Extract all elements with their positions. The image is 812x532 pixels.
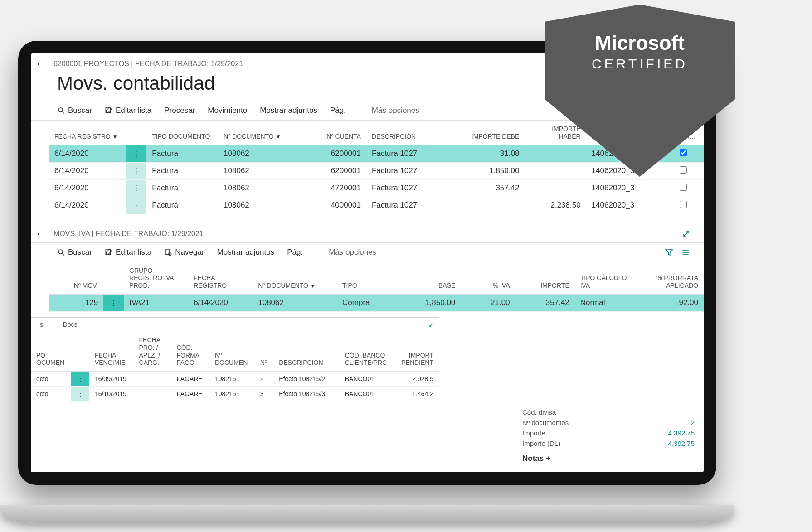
col-cod-forma[interactable]: CÓD. FORMA PAGO	[177, 344, 199, 367]
cell-venc: 16/09/2019	[89, 372, 134, 387]
cell-banco: BANCO01	[340, 387, 394, 401]
col-n-doc[interactable]: Nº DOCUMENTO	[224, 133, 274, 140]
col-fecha-registro[interactable]: FECHA REGISTRO	[54, 133, 111, 140]
cell-tipo: Factura	[146, 197, 218, 214]
col-import-pend[interactable]: IMPORT PENDIENT	[401, 352, 433, 367]
toolbar-iva: Buscar Editar lista Navegar Mostrar adju…	[31, 242, 704, 262]
shield-icon: Microsoft CERTIFIED	[545, 5, 735, 177]
search-button[interactable]: Buscar	[57, 106, 92, 115]
filter-applied-icon[interactable]: ▼	[112, 134, 118, 140]
col-n[interactable]: Nº	[260, 359, 267, 366]
back-arrow-icon[interactable]: ←	[35, 58, 53, 70]
row-actions-icon[interactable]: ⋮	[126, 162, 146, 179]
col-tipo-calc[interactable]: TIPO CÁLCULO IVA	[580, 274, 627, 289]
panel-docs: s | Docs. ⤢ PO OCUMEN FECHA VENCIMIE FEC…	[31, 317, 439, 401]
list-view-icon[interactable]	[681, 248, 690, 257]
expand-icon[interactable]: ⤢	[428, 320, 434, 329]
row-actions-icon[interactable]: ⋮	[126, 145, 146, 162]
col-descripcion[interactable]: DESCRIPCIÓN	[372, 133, 416, 140]
cell-n: 3	[255, 387, 274, 401]
back-arrow-icon[interactable]: ←	[35, 228, 53, 240]
cell-fecha: 6/14/2020	[49, 162, 126, 179]
navigate-button[interactable]: Navegar	[164, 248, 204, 257]
prorrata-checkbox[interactable]	[680, 201, 687, 208]
filter-applied-icon[interactable]: ▼	[310, 283, 316, 289]
col-desc[interactable]: DESCRIPCIÓN	[279, 359, 323, 366]
table-row[interactable]: 129 ⋮ IVA21 6/14/2020 108062 Compra 1,85…	[49, 294, 704, 311]
cell-ext: 14062020_3	[586, 179, 663, 197]
cell-haber: 2,238.50	[525, 197, 586, 214]
collapse-icon[interactable]: ⤢	[682, 228, 690, 240]
importe-dl-label: Importe (DL)	[522, 440, 560, 447]
col-n-doc[interactable]: Nº DOCUMEN	[215, 352, 248, 367]
col-importe-debe[interactable]: IMPORTE DEBE	[472, 133, 520, 140]
page-button[interactable]: Pág.	[330, 106, 346, 115]
cell-cuenta: 6200001	[300, 145, 366, 162]
more-options-button[interactable]: Más opciones	[372, 106, 419, 115]
more-options-button[interactable]: Más opciones	[329, 248, 376, 257]
col-tipo-doc[interactable]: PO OCUMEN	[36, 352, 64, 367]
prorrata-checkbox[interactable]	[680, 184, 687, 191]
row-actions-icon[interactable]: ⋮	[126, 197, 146, 214]
cell-desc: Efecto 108215/2	[273, 372, 339, 387]
edit-list-icon	[105, 106, 113, 115]
col-n-cuenta[interactable]: Nº CUENTA	[326, 133, 361, 140]
page-button[interactable]: Pág.	[287, 248, 303, 257]
edit-list-label: Editar lista	[116, 106, 151, 115]
cell-cuenta: 6200001	[300, 162, 366, 179]
cell-calc: Normal	[575, 294, 634, 311]
row-actions-icon[interactable]: ⋮	[126, 179, 146, 197]
movement-button[interactable]: Movimiento	[208, 106, 247, 115]
cell-desc: Efecto 108215/3	[273, 387, 339, 401]
table-row[interactable]: ecto⋮16/09/2019PAGARE1082152Efecto 10821…	[31, 372, 439, 387]
row-actions-icon[interactable]: ⋮	[71, 372, 89, 387]
iva-table: Nº MOV. GRUPO REGISTRO IVA PROD. FECHA R…	[49, 262, 704, 312]
col-tipo-doc[interactable]: TIPO DOCUMENTO	[152, 133, 210, 140]
microsoft-certified-badge: Microsoft CERTIFIED	[545, 5, 735, 177]
col-cod-banco[interactable]: CÓD. BANCO CLIENTE/PRC	[345, 352, 387, 367]
col-importe[interactable]: IMPORTE	[540, 282, 569, 289]
col-n-mov[interactable]: Nº MOV.	[74, 282, 98, 289]
svg-line-7	[62, 253, 64, 256]
table-header-row: PO OCUMEN FECHA VENCIMIE FECHA PRO. / AP…	[31, 332, 439, 372]
cell-tipo: Factura	[146, 162, 218, 179]
col-pct-prorrata[interactable]: % PRORRATA APLICADO	[656, 274, 698, 289]
cell-pro: 92.00	[634, 294, 704, 311]
col-fecha-pro[interactable]: FECHA PRO. / APLZ. / CARG.	[139, 336, 160, 366]
col-fecha-venc[interactable]: FECHA VENCIMIE	[95, 352, 126, 367]
svg-point-0	[58, 108, 63, 112]
importe-label: Importe	[522, 429, 545, 437]
importe-dl-value: 4.392,75	[668, 440, 695, 447]
cell-pct: 21.00	[461, 294, 515, 311]
col-pct-iva[interactable]: % IVA	[493, 282, 510, 289]
tab-docs[interactable]: Docs.	[63, 321, 79, 328]
table-row[interactable]: ecto⋮16/10/2019PAGARE1082153Efecto 10821…	[31, 387, 439, 401]
cell-chk	[663, 179, 704, 197]
notas-heading[interactable]: Notas +	[522, 454, 695, 463]
add-icon[interactable]: +	[546, 454, 550, 463]
col-tipo[interactable]: TIPO	[342, 282, 357, 289]
n-docs-value: 2	[691, 419, 695, 426]
process-button[interactable]: Procesar	[164, 106, 195, 115]
search-button[interactable]: Buscar	[57, 248, 92, 257]
attachments-button[interactable]: Mostrar adjuntos	[260, 106, 317, 115]
filter-icon[interactable]	[665, 248, 674, 257]
tab-s[interactable]: s	[40, 321, 43, 328]
col-base[interactable]: BASE	[438, 282, 455, 289]
edit-list-button[interactable]: Editar lista	[105, 106, 151, 115]
cell-importe: 357.42	[515, 294, 575, 311]
importe-value: 4.392,75	[668, 429, 695, 437]
summary-card: Cód. divisa Nº documentos2 Importe4.392,…	[522, 407, 695, 463]
edit-list-button[interactable]: Editar lista	[105, 248, 151, 257]
col-grupo[interactable]: GRUPO REGISTRO IVA PROD.	[129, 267, 174, 290]
col-fecha[interactable]: FECHA REGISTRO	[194, 274, 227, 289]
attachments-button[interactable]: Mostrar adjuntos	[217, 248, 275, 257]
row-actions-icon[interactable]: ⋮	[71, 387, 89, 401]
col-n-doc[interactable]: Nº DOCUMENTO	[258, 282, 308, 289]
table-row[interactable]: 6/14/2020⋮Factura1080624720001Factura 10…	[49, 179, 704, 197]
row-actions-icon[interactable]: ⋮	[103, 294, 124, 311]
filter-applied-icon[interactable]: ▼	[276, 134, 281, 140]
table-row[interactable]: 6/14/2020⋮Factura1080624000001Factura 10…	[49, 197, 704, 214]
cell-fecha: 6/14/2020	[188, 294, 253, 311]
badge-line1: Microsoft	[595, 32, 685, 54]
